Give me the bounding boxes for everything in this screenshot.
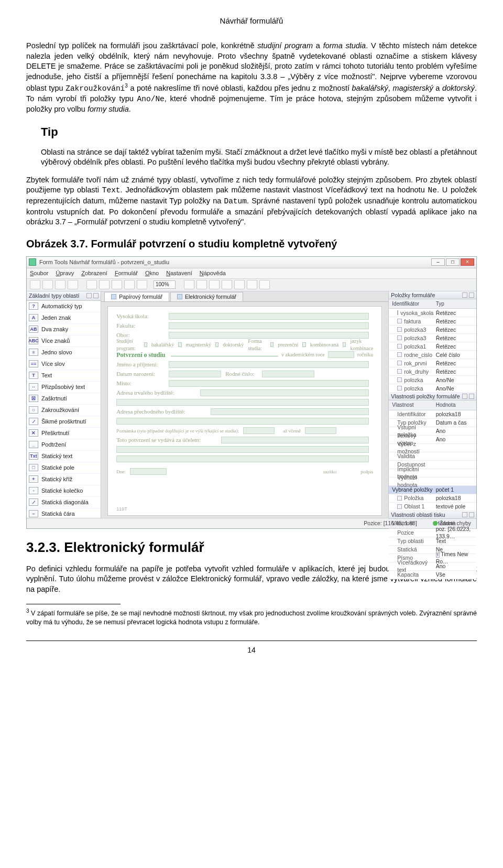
toolbar-button[interactable] <box>112 280 122 289</box>
type-list-item[interactable]: ABDva znaky <box>27 324 101 335</box>
toolbar-button[interactable] <box>184 280 194 289</box>
paper-sheet[interactable]: Vysoká škola: Fakulta: Obor: Studijní pr… <box>107 306 382 516</box>
type-list-item[interactable]: ≡≡Více slov <box>27 359 101 370</box>
toolbar-button[interactable] <box>68 280 78 289</box>
grid-row[interactable]: Identifikátorpolozka18 <box>389 410 476 419</box>
toolbar-button[interactable] <box>99 280 110 289</box>
menu-item[interactable]: Okno <box>145 269 159 277</box>
grid-row[interactable]: Výchozí hodnota <box>389 478 476 486</box>
toolbar-button[interactable] <box>259 280 270 289</box>
type-list-item[interactable]: ⟋Statická diagonála <box>27 497 101 508</box>
field[interactable] <box>211 408 369 415</box>
menu-item[interactable]: Úpravy <box>56 269 74 277</box>
grid-row[interactable]: Validita <box>389 452 476 461</box>
type-list-item[interactable]: –Statická čára <box>27 508 101 518</box>
checkbox[interactable] <box>343 342 346 347</box>
field[interactable] <box>116 446 369 453</box>
type-list-item[interactable]: AJeden znak <box>27 312 101 324</box>
type-list-item[interactable]: ☒Zaškrtnutí <box>27 393 101 405</box>
field[interactable] <box>262 371 314 377</box>
toolbar-button[interactable] <box>124 280 135 289</box>
field[interactable] <box>116 455 369 462</box>
grid-row[interactable]: vysoka_skolaŘetězec <box>389 309 476 317</box>
checkbox[interactable] <box>302 342 305 347</box>
grid-row[interactable]: fakturaŘetězec <box>389 317 476 326</box>
type-list-item[interactable]: ⟋Šikmé proškrtnutí <box>27 416 101 428</box>
type-list-item[interactable]: □Statické pole <box>27 462 101 474</box>
checkbox[interactable] <box>270 342 274 347</box>
type-list-item[interactable]: _Podtržení <box>27 439 101 451</box>
toolbar-button[interactable] <box>222 280 232 289</box>
menu-item[interactable]: Nápověda <box>200 269 226 277</box>
maximize-button[interactable]: □ <box>446 258 460 266</box>
field[interactable] <box>169 322 369 329</box>
panel-controls[interactable] <box>462 512 474 517</box>
checkbox[interactable] <box>144 342 147 347</box>
type-list-item[interactable]: ↔Přizpůsobivý text <box>27 382 101 393</box>
grid-row[interactable]: polozka1Řetězec <box>389 342 476 351</box>
toolbar-button[interactable] <box>42 280 53 289</box>
type-list-item[interactable]: ◦Statické kolečko <box>27 485 101 497</box>
grid-row[interactable]: Typ oblastiText <box>389 537 476 546</box>
menubar[interactable]: SouborÚpravyZobrazeníFormulářOknoNastave… <box>27 268 476 279</box>
close-button[interactable]: × <box>461 258 474 266</box>
toolbar-button[interactable] <box>247 280 257 289</box>
field[interactable] <box>305 427 336 434</box>
checkbox[interactable] <box>178 342 181 347</box>
type-list-item[interactable]: ABCVíce znaků <box>27 335 101 347</box>
toolbar-button[interactable] <box>30 280 40 289</box>
checkbox[interactable] <box>215 342 218 347</box>
field[interactable] <box>169 371 221 377</box>
menu-item[interactable]: Nastavení <box>166 269 192 277</box>
field[interactable] <box>328 351 354 358</box>
type-list-item[interactable]: ?Automatický typ <box>27 301 101 312</box>
tab[interactable]: Papírový formulář <box>104 292 169 301</box>
field[interactable] <box>200 389 369 396</box>
grid-row[interactable]: Výběr z možností <box>389 444 476 452</box>
toolbar-button[interactable] <box>209 280 220 289</box>
field[interactable] <box>221 437 369 443</box>
grid-row[interactable]: rodne_cisloCelé číslo <box>389 351 476 359</box>
menu-item[interactable]: Formulář <box>115 269 138 277</box>
field[interactable] <box>169 380 369 387</box>
toolbar-button[interactable] <box>196 280 207 289</box>
type-list-item[interactable]: +Statický kříž <box>27 474 101 485</box>
grid-row[interactable]: Položkapolozka18 <box>389 494 476 503</box>
grid-row[interactable]: rok_druhyŘetězec <box>389 367 476 376</box>
field[interactable] <box>243 427 275 434</box>
grid-row[interactable]: rok_prvniŘetězec <box>389 359 476 367</box>
grid-row[interactable]: Oblast 1textové pole <box>389 503 476 511</box>
minimize-button[interactable]: – <box>431 258 445 266</box>
field[interactable] <box>116 418 369 425</box>
menu-item[interactable]: Zobrazení <box>81 269 107 277</box>
field[interactable] <box>169 332 369 339</box>
grid-row[interactable]: polozka3Řetězec <box>389 326 476 334</box>
field[interactable] <box>169 313 369 320</box>
panel-controls[interactable] <box>462 394 474 399</box>
type-list-item[interactable]: TxtStatický text <box>27 451 101 462</box>
toolbar-button[interactable] <box>234 280 245 289</box>
toolbar-button[interactable] <box>137 280 147 289</box>
type-list-item[interactable]: TText <box>27 370 101 382</box>
grid-row[interactable]: Pozicepoz. [26.0223, 133.9… <box>389 529 476 537</box>
grid-row[interactable]: polozka3Řetězec <box>389 334 476 342</box>
field[interactable] <box>169 361 369 368</box>
toolbar-button[interactable] <box>55 280 65 289</box>
type-list-item[interactable]: ○Zakroužkování <box>27 405 101 416</box>
selected-row[interactable]: Vybrané položky počet 1 <box>389 486 476 494</box>
item-icon <box>397 496 402 501</box>
menu-item[interactable]: Soubor <box>30 269 48 277</box>
field[interactable] <box>116 399 369 406</box>
grid-row[interactable]: KapacitaVše <box>389 571 476 579</box>
type-list-item[interactable]: ✕Přeškrtnutí <box>27 428 101 439</box>
grid-row[interactable]: polozkaAno/Ne <box>389 376 476 384</box>
panel-controls[interactable] <box>86 293 99 298</box>
type-list-item[interactable]: ≡Jedno slovo <box>27 347 101 359</box>
grid-row[interactable]: polozkaAno/Ne <box>389 384 476 393</box>
toolbar-button[interactable] <box>86 280 97 289</box>
field[interactable] <box>130 468 167 475</box>
zoom-combo[interactable]: 100% <box>154 280 176 289</box>
tab[interactable]: Elektronický formulář <box>170 292 243 301</box>
grid-row[interactable]: Víceřádkový textAno <box>389 562 476 571</box>
panel-controls[interactable] <box>462 292 474 298</box>
